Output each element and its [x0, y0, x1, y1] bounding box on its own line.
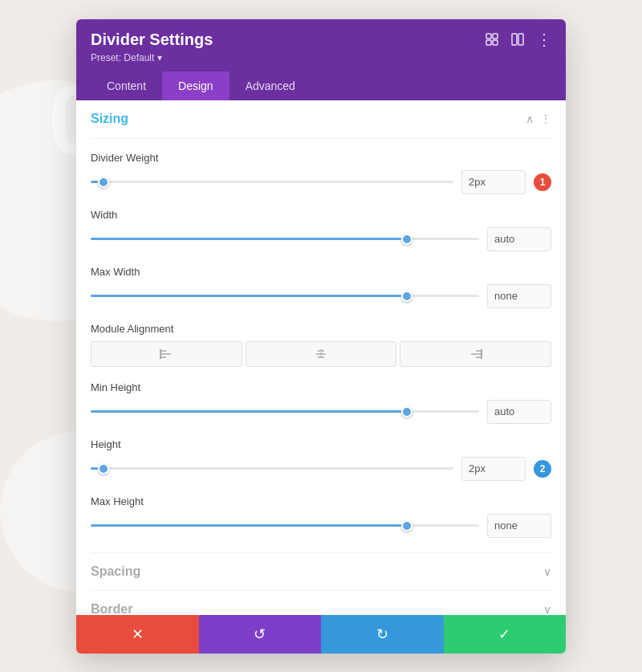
cancel-button[interactable]: ✕	[76, 615, 199, 653]
width-thumb[interactable]	[401, 234, 412, 245]
min-height-fill	[91, 410, 401, 413]
max-width-label: Max Width	[91, 266, 551, 278]
max-width-row	[91, 284, 551, 308]
width-input[interactable]	[487, 227, 551, 251]
svg-rect-3	[493, 40, 498, 45]
divider-weight-fill	[91, 181, 98, 183]
height-track	[91, 467, 453, 470]
panel-header: Divider Settings ⋮	[76, 19, 566, 100]
panel-title: Divider Settings	[91, 31, 213, 49]
settings-panel: Divider Settings ⋮	[76, 19, 566, 654]
tab-advanced[interactable]: Advanced	[230, 71, 311, 100]
expand-icon[interactable]	[484, 31, 500, 47]
tab-content[interactable]: Content	[91, 71, 162, 100]
border-section[interactable]: Border ∨	[91, 590, 551, 616]
max-height-thumb[interactable]	[401, 520, 412, 531]
min-height-label: Min Height	[91, 381, 551, 393]
save-button[interactable]: ✓	[444, 615, 567, 653]
more-icon[interactable]: ⋮	[535, 31, 551, 47]
field-min-height: Min Height	[91, 381, 551, 424]
max-width-track	[91, 295, 479, 297]
module-alignment-label: Module Alignment	[91, 323, 551, 335]
min-height-input[interactable]	[487, 400, 551, 424]
width-row	[91, 227, 551, 251]
divider-weight-track	[91, 181, 453, 183]
spacing-section[interactable]: Spacing ∨	[91, 552, 551, 590]
max-height-row	[91, 514, 551, 538]
field-divider-weight: Divider Weight 1	[91, 152, 551, 194]
field-module-alignment: Module Alignment	[91, 323, 551, 367]
align-left-btn[interactable]	[91, 341, 242, 367]
field-max-width: Max Width	[91, 266, 551, 308]
width-label: Width	[91, 209, 551, 221]
max-height-track	[91, 524, 479, 527]
width-track	[91, 238, 479, 240]
width-fill	[91, 238, 401, 240]
min-height-track	[91, 410, 479, 413]
min-height-thumb[interactable]	[401, 406, 412, 417]
svg-rect-4	[512, 34, 517, 45]
field-max-height: Max Height	[91, 495, 551, 538]
svg-rect-1	[493, 34, 498, 39]
undo-button[interactable]: ↺	[199, 615, 322, 653]
sizing-section-header: Sizing ∧ ⋮	[91, 100, 551, 135]
max-height-slider[interactable]	[91, 518, 479, 534]
width-slider[interactable]	[91, 231, 479, 247]
height-label: Height	[91, 438, 551, 450]
field-height: Height 2	[91, 438, 551, 481]
columns-icon[interactable]	[510, 31, 526, 47]
divider-weight-input[interactable]	[461, 170, 526, 194]
panel-preset[interactable]: Preset: Default ▾	[91, 52, 551, 63]
height-slider[interactable]	[91, 461, 453, 477]
spacing-title: Spacing	[91, 564, 140, 579]
svg-rect-2	[486, 40, 491, 45]
spacing-expand-icon[interactable]: ∨	[543, 565, 551, 578]
svg-rect-0	[486, 34, 491, 39]
svg-rect-5	[518, 34, 523, 45]
max-width-fill	[91, 295, 401, 297]
panel-body: Sizing ∧ ⋮ Divider Weight 1	[76, 100, 566, 616]
height-fill	[91, 467, 98, 470]
alignment-group	[91, 341, 551, 367]
height-badge: 2	[534, 460, 551, 478]
divider-weight-row: 1	[91, 170, 551, 194]
field-width: Width	[91, 209, 551, 251]
max-height-label: Max Height	[91, 495, 551, 507]
min-height-slider[interactable]	[91, 404, 479, 420]
align-center-btn[interactable]	[246, 341, 397, 367]
max-width-slider[interactable]	[91, 288, 479, 304]
max-width-input[interactable]	[487, 284, 551, 308]
section-more-icon[interactable]: ⋮	[540, 112, 551, 125]
border-expand-icon[interactable]: ∨	[543, 603, 551, 616]
divider-weight-badge: 1	[534, 173, 551, 191]
tab-design[interactable]: Design	[162, 71, 230, 100]
height-row: 2	[91, 457, 551, 481]
section-divider	[91, 138, 551, 139]
collapse-icon[interactable]: ∧	[526, 112, 534, 125]
redo-button[interactable]: ↻	[321, 615, 444, 653]
divider-weight-thumb[interactable]	[98, 177, 109, 188]
max-height-fill	[91, 524, 401, 527]
border-title: Border	[91, 602, 132, 616]
panel-footer: ✕ ↺ ↻ ✓	[76, 615, 566, 653]
section-controls: ∧ ⋮	[526, 112, 551, 125]
max-width-thumb[interactable]	[401, 291, 412, 302]
divider-weight-slider[interactable]	[91, 174, 453, 190]
panel-header-top: Divider Settings ⋮	[91, 31, 551, 49]
height-input[interactable]	[461, 457, 526, 481]
max-height-input[interactable]	[487, 514, 551, 538]
divider-weight-label: Divider Weight	[91, 152, 551, 164]
tabs: Content Design Advanced	[91, 71, 551, 100]
align-right-btn[interactable]	[400, 341, 551, 367]
sizing-title: Sizing	[91, 112, 128, 126]
min-height-row	[91, 400, 551, 424]
panel-header-icons: ⋮	[484, 31, 551, 47]
height-thumb[interactable]	[98, 463, 109, 474]
